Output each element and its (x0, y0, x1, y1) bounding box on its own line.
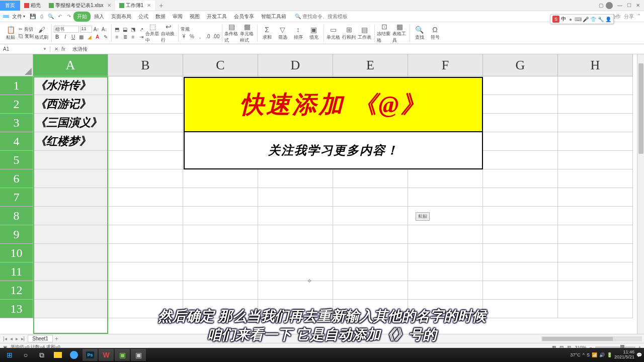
cell-B1[interactable] (108, 76, 183, 95)
cell-A6[interactable] (33, 169, 108, 188)
cell-A9[interactable] (33, 225, 108, 244)
col-header-G[interactable]: G (483, 54, 558, 76)
wrap-button[interactable]: ↩自动换行 (161, 23, 176, 43)
scrollbar-thumb[interactable] (638, 63, 643, 154)
cell-D7[interactable] (258, 188, 333, 207)
ime-user-icon[interactable]: 👤 (605, 16, 611, 22)
cell-G11[interactable] (483, 262, 558, 281)
cell-G5[interactable] (483, 151, 558, 169)
ime-tool-icon[interactable]: 🔧 (598, 16, 604, 22)
cell-format-button[interactable]: ▭单元格 (326, 23, 341, 43)
close-button[interactable]: ✕ (634, 2, 642, 9)
cell-H13[interactable] (558, 300, 633, 318)
chevron-down-icon[interactable]: ▼ (43, 47, 47, 51)
sheet-last-icon[interactable]: ▸| (20, 336, 26, 341)
row-header-8[interactable]: 8 (0, 207, 33, 225)
avatar[interactable] (606, 2, 613, 9)
cell-G13[interactable] (483, 300, 558, 318)
copy-button[interactable]: ⿻ 复制 (19, 33, 34, 40)
row-header-12[interactable]: 12 (0, 281, 33, 300)
cell-F13[interactable] (408, 300, 483, 318)
row-header-9[interactable]: 9 (0, 225, 33, 244)
cell-D9[interactable] (258, 225, 333, 244)
cell-G8[interactable] (483, 207, 558, 225)
sheet-next-icon[interactable]: ▸ (15, 336, 19, 341)
cell-E11[interactable] (333, 262, 408, 281)
row-header-2[interactable]: 2 (0, 95, 33, 114)
cell-B8[interactable] (108, 207, 183, 225)
inc-decimal-icon[interactable]: .0 (205, 33, 212, 40)
taskbar-explorer[interactable] (50, 349, 65, 361)
col-header-H[interactable]: H (558, 54, 633, 76)
cell-C7[interactable] (183, 188, 258, 207)
cell-F12[interactable] (408, 281, 483, 300)
tab-insert[interactable]: 插入 (91, 12, 108, 22)
horizontal-scrollbar[interactable] (541, 336, 642, 341)
cells-area[interactable]: 《水浒传》 《西游记》 《三国演义》 《红楼梦》 快速添加 《@》 关注我学习更… (33, 76, 644, 318)
row-header-6[interactable]: 6 (0, 169, 33, 188)
cell-A5[interactable] (33, 151, 108, 169)
col-header-E[interactable]: E (333, 54, 408, 76)
share-button[interactable]: 分享 (624, 13, 634, 20)
cell-H7[interactable] (558, 188, 633, 207)
cell-H6[interactable] (558, 169, 633, 188)
cut-button[interactable]: ✂ 剪切 (19, 26, 34, 33)
add-sheet-button[interactable]: + (55, 335, 58, 342)
cell-G3[interactable] (483, 114, 558, 132)
tray-network-icon[interactable]: 📶 (592, 352, 597, 357)
cell-H9[interactable] (558, 225, 633, 244)
tray-ime-icon[interactable]: S (587, 352, 590, 357)
taskbar-app1[interactable]: ▣ (115, 349, 130, 361)
row-header-5[interactable]: 5 (0, 151, 33, 169)
cell-F6[interactable] (408, 169, 483, 188)
cell-C9[interactable] (183, 225, 258, 244)
cell-F10[interactable] (408, 244, 483, 262)
tab-smart-tools[interactable]: 智能工具箱 (258, 12, 290, 22)
tab-review[interactable]: 审阅 (169, 12, 186, 22)
col-header-B[interactable]: B (108, 54, 183, 76)
align-left-icon[interactable]: ≡ (114, 33, 121, 40)
cell-A2[interactable]: 《西游记》 (33, 95, 108, 114)
cell-B13[interactable] (108, 300, 183, 318)
cell-A10[interactable] (33, 244, 108, 262)
cell-B12[interactable] (108, 281, 183, 300)
cell-E7[interactable] (333, 188, 408, 207)
cell-H8[interactable] (558, 207, 633, 225)
font-size-combo[interactable]: 11 (80, 26, 92, 33)
align-bot-icon[interactable]: ⬔ (130, 26, 137, 33)
font-name-combo[interactable]: 楷书 (54, 26, 79, 33)
cell-H1[interactable] (558, 76, 633, 95)
cell-G9[interactable] (483, 225, 558, 244)
cell-H11[interactable] (558, 262, 633, 281)
preview-icon[interactable]: 🔍 (47, 13, 54, 20)
ime-punct-icon[interactable]: ● (568, 16, 574, 22)
format-painter-button[interactable]: 🖌格式刷 (34, 23, 49, 43)
cell-style-button[interactable]: ▦单元格样式 (240, 23, 255, 43)
undo-icon[interactable]: ↶ (56, 13, 63, 20)
tab-formula[interactable]: 公式 (135, 12, 152, 22)
ime-skin-icon[interactable]: 👕 (590, 16, 596, 22)
search-input[interactable] (302, 14, 363, 19)
cell-E10[interactable] (333, 244, 408, 262)
select-all-corner[interactable] (0, 54, 33, 76)
ime-keyboard-icon[interactable]: ⌨ (575, 16, 581, 22)
tab-home[interactable]: 首页 (0, 1, 20, 11)
cell-G4[interactable] (483, 132, 558, 151)
col-header-D[interactable]: D (258, 54, 333, 76)
cell-G1[interactable] (483, 76, 558, 95)
align-top-icon[interactable]: ⬒ (114, 26, 121, 33)
name-box[interactable]: A1▼ (0, 46, 50, 52)
cell-B10[interactable] (108, 244, 183, 262)
cell-F9[interactable] (408, 225, 483, 244)
row-header-11[interactable]: 11 (0, 262, 33, 281)
cell-B4[interactable] (108, 132, 183, 151)
row-header-7[interactable]: 7 (0, 188, 33, 207)
cell-A8[interactable] (33, 207, 108, 225)
save-icon[interactable]: 💾 (29, 13, 36, 20)
cancel-formula-icon[interactable]: ✕ (54, 46, 58, 52)
cell-C13[interactable] (183, 300, 258, 318)
cell-C12[interactable] (183, 281, 258, 300)
cell-C10[interactable] (183, 244, 258, 262)
tab-doc-1[interactable]: 稻壳 (20, 1, 45, 11)
cell-B7[interactable] (108, 188, 183, 207)
